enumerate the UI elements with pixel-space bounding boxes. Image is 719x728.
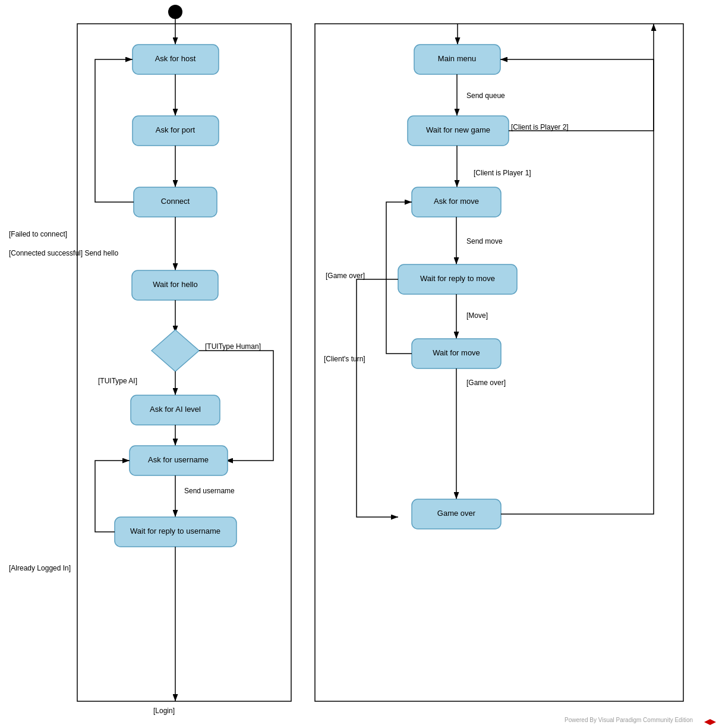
wait-for-new-game-label: Wait for new game <box>426 125 490 134</box>
clients-turn-label: [Client's turn] <box>324 355 365 363</box>
move-label: [Move] <box>466 311 488 320</box>
watermark-text: Powered By Visual Paradigm Community Edi… <box>565 717 693 723</box>
send-move-label: Send move <box>466 237 503 245</box>
wait-for-reply-move-label: Wait for reply to move <box>420 274 495 283</box>
connected-send-hello-label: [Connected successful] Send hello <box>9 249 118 257</box>
ask-for-port-label: Ask for port <box>156 125 195 134</box>
game-over-bottom-label: [Game over] <box>466 379 506 387</box>
send-username-label: Send username <box>184 487 235 495</box>
tuitype-ai-label: [TUIType AI] <box>98 377 137 385</box>
wait-for-hello-label: Wait for hello <box>153 280 197 289</box>
ask-for-username-label: Ask for username <box>148 455 209 464</box>
main-menu-label: Main menu <box>438 54 476 63</box>
ask-for-move-label: Ask for move <box>434 197 479 206</box>
client-player2-label: [Client is Player 2] <box>511 123 569 131</box>
game-over-left-label: [Game over] <box>326 272 365 280</box>
tuitype-human-label: [TUIType Human] <box>205 342 261 351</box>
vp-logo-icon <box>704 719 716 725</box>
wait-for-reply-username-label: Wait for reply to username <box>130 527 220 535</box>
start-node <box>168 5 182 19</box>
wait-for-move-label: Wait for move <box>433 348 480 357</box>
ask-for-ai-level-label: Ask for AI level <box>150 405 201 414</box>
client-player1-label: [Client is Player 1] <box>474 169 531 177</box>
connect-label: Connect <box>161 197 190 206</box>
already-logged-in-label: [Already Logged In] <box>9 564 71 572</box>
game-over-label: Game over <box>437 509 476 518</box>
login-label: [Login] <box>153 707 175 715</box>
send-queue-label: Send queue <box>466 92 505 100</box>
ask-for-host-label: Ask for host <box>155 54 196 63</box>
decision-node <box>152 330 199 371</box>
failed-connect-label: [Failed to connect] <box>9 230 67 238</box>
